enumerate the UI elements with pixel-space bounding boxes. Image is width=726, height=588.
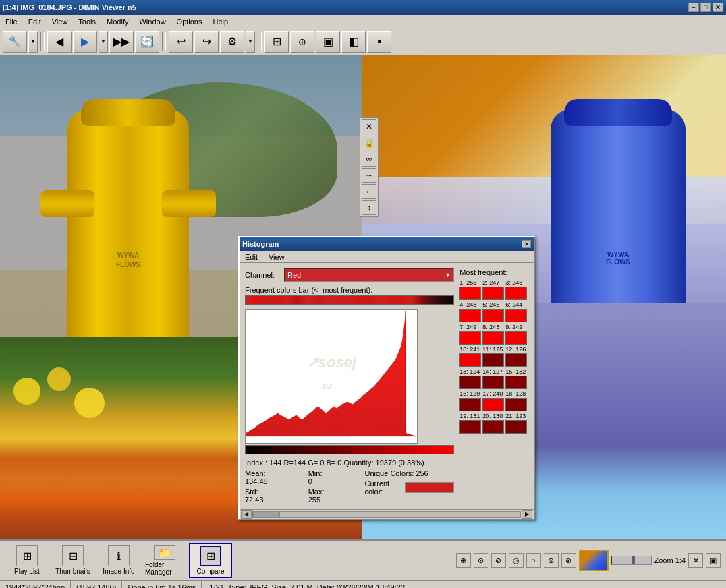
menu-tools[interactable]: Tools: [73, 16, 101, 27]
status-bar: 1944*2592*24bpp (1592,1480) Done in 0m 1…: [0, 580, 726, 588]
scrollbar-track[interactable]: [252, 511, 521, 518]
color-swatch-11: [482, 353, 504, 367]
side-close-btn[interactable]: ✕: [362, 119, 376, 134]
hydrant-cap: [81, 99, 175, 126]
rb-btn-5[interactable]: ○: [526, 553, 541, 568]
zoom-slider[interactable]: [611, 556, 652, 565]
image-size-text: 1944*2592*24bpp: [5, 583, 65, 589]
color-swatch-20: [482, 420, 504, 434]
most-frequent-panel: Most frequent: 1: 255 2: 247 3: 246: [459, 268, 528, 504]
histogram-scrollbar[interactable]: ◀ ▶: [240, 509, 534, 519]
folder-manager-label: Folder Manager: [145, 561, 184, 576]
redo-button[interactable]: ↪: [194, 31, 219, 53]
color-swatch-21: [505, 420, 527, 434]
color-cell-9: 9: 242: [505, 324, 527, 345]
menu-file[interactable]: File: [0, 16, 23, 27]
channel-value: Red: [287, 271, 445, 279]
rb-btn-4[interactable]: ◎: [509, 553, 524, 568]
color-swatch-1: [459, 287, 481, 300]
color-cell-13: 13: 124: [459, 368, 481, 389]
menu-window[interactable]: Window: [134, 16, 171, 27]
rb-btn-3[interactable]: ⊚: [491, 553, 506, 568]
close-button[interactable]: ✕: [713, 3, 723, 12]
mean-label: Mean: 134.48: [245, 469, 268, 486]
color-swatch-9: [505, 331, 527, 345]
color-swatch-18: [505, 398, 527, 411]
zoom-close-btn[interactable]: ✕: [688, 553, 703, 568]
histogram-svg: [246, 310, 417, 443]
next-button[interactable]: ▶▶: [109, 31, 134, 53]
tool-settings-button[interactable]: 🔧: [3, 31, 27, 53]
color-swatch-13: [459, 376, 481, 389]
rb-btn-7[interactable]: ⊗: [561, 553, 576, 568]
zoom-fit-btn[interactable]: ▣: [706, 553, 721, 568]
timing-status: Done in 0m 1s 16ms: [122, 581, 202, 588]
color-cell-5: 5: 245: [482, 301, 504, 322]
histogram-menu: Edit View: [240, 251, 534, 263]
most-frequent-title: Most frequent:: [459, 268, 528, 276]
prev-button[interactable]: ◀: [47, 31, 72, 53]
toolbar-separator-3: [258, 32, 262, 51]
menu-options[interactable]: Options: [171, 16, 208, 27]
menu-modify[interactable]: Modify: [101, 16, 134, 27]
zoom-label: Zoom 1:4: [654, 556, 686, 564]
settings-dropdown[interactable]: ▼: [246, 31, 255, 53]
thumbnails-button[interactable]: ⊟ Thumbnails: [51, 543, 94, 578]
histogram-close-button[interactable]: ✕: [522, 240, 531, 248]
settings-button[interactable]: ⚙: [220, 31, 244, 53]
menu-help[interactable]: Help: [208, 16, 234, 27]
channel-select[interactable]: Red ▼: [284, 268, 454, 282]
color-cell-3: 3: 246: [505, 279, 527, 300]
side-expand-btn[interactable]: ↕: [362, 200, 376, 215]
side-lock-btn[interactable]: 🔒: [362, 136, 376, 150]
timing-text: Done in 0m 1s 16ms: [128, 583, 196, 589]
view1-button[interactable]: ◧: [341, 31, 366, 53]
min-label: Min: 0: [308, 469, 325, 486]
hydrant-body: [67, 109, 189, 365]
play-dropdown[interactable]: ▼: [99, 31, 108, 53]
grid2-button[interactable]: ⊕: [290, 31, 314, 53]
color-cell-2: 2: 247: [482, 279, 504, 300]
playlist-button[interactable]: ⊞ Play List: [5, 543, 49, 578]
scroll-right-btn[interactable]: ▶: [522, 510, 532, 519]
histogram-menu-edit[interactable]: Edit: [240, 252, 263, 262]
color-cell-19: 19: 131: [459, 413, 481, 434]
maximize-button[interactable]: □: [700, 3, 711, 12]
channel-row: Channel: Red ▼: [245, 268, 454, 282]
scroll-left-btn[interactable]: ◀: [241, 510, 252, 519]
color-cell-1: 1: 255: [459, 279, 481, 300]
color-swatch-5: [482, 309, 504, 322]
grid3-button[interactable]: ▣: [316, 31, 340, 53]
side-prev-btn[interactable]: ←: [362, 184, 376, 199]
side-next-btn[interactable]: →: [362, 168, 376, 183]
image-info-label: Image Info: [103, 568, 134, 575]
tool-settings-dropdown[interactable]: ▼: [28, 31, 38, 53]
window-title: [1:4] IMG_0184.JPG - DIMIN Viewer n5: [3, 3, 136, 11]
image-info-icon: ℹ: [108, 545, 130, 566]
color-cell-21: 21: 123: [505, 413, 527, 434]
grid1-button[interactable]: ⊞: [264, 31, 289, 53]
folder-manager-button[interactable]: 📁 Folder Manager: [143, 543, 186, 578]
color-swatch-16: [459, 398, 481, 411]
side-loop-btn[interactable]: ∞: [362, 152, 376, 167]
rb-btn-1[interactable]: ⊕: [456, 553, 471, 568]
undo-button[interactable]: ↩: [169, 31, 193, 53]
current-color-label: Current color:: [365, 479, 401, 496]
compare-button[interactable]: ⊞ Compare: [189, 543, 232, 578]
view2-button[interactable]: ▪: [367, 31, 391, 53]
channel-dropdown-arrow[interactable]: ▼: [445, 272, 451, 278]
menu-edit[interactable]: Edit: [23, 16, 47, 27]
image-info-button[interactable]: ℹ Image Info: [97, 543, 140, 578]
rb-btn-2[interactable]: ⊙: [474, 553, 488, 568]
stats-middle: Min: 0 Max: 255: [308, 469, 325, 504]
play-button[interactable]: ▶: [73, 31, 97, 53]
max-label: Max: 255: [308, 488, 325, 504]
rb-btn-6[interactable]: ⊛: [544, 553, 559, 568]
stats-area: Mean: 134.48 Std: 72.43 Min: 0 Max: 255 …: [245, 469, 454, 504]
minimize-button[interactable]: −: [688, 3, 699, 12]
histogram-menu-view[interactable]: View: [263, 252, 290, 262]
color-swatch-12: [505, 353, 527, 367]
refresh-button[interactable]: 🔄: [135, 31, 159, 53]
menu-view[interactable]: View: [47, 16, 74, 27]
scrollbar-thumb[interactable]: [253, 512, 280, 517]
